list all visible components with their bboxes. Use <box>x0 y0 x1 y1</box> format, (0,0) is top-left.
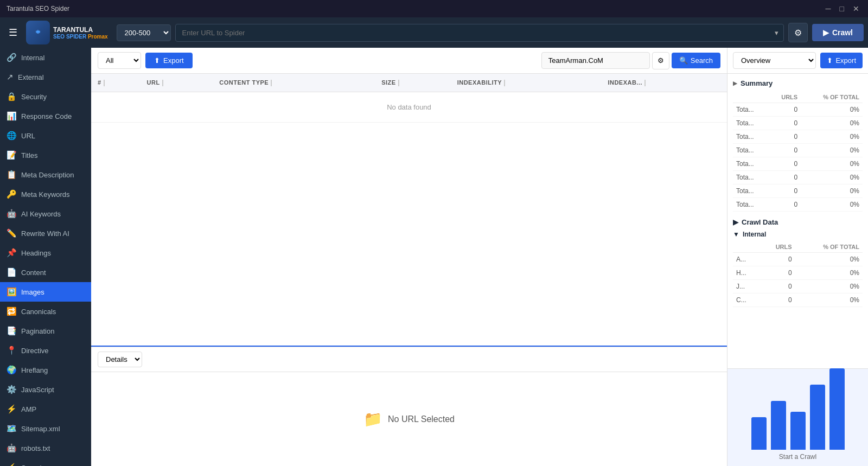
logo-icon: 🕷 <box>26 21 50 44</box>
details-select[interactable]: Details <box>98 352 142 367</box>
col-content-type[interactable]: CONTENT TYPE <box>213 74 375 92</box>
url-input[interactable] <box>175 24 784 42</box>
sidebar-item-external[interactable]: ↗ External <box>0 67 91 87</box>
col-size[interactable]: SIZE <box>375 74 451 92</box>
crawl-button[interactable]: ▶ Crawl <box>812 24 864 41</box>
sidebar-item-security[interactable]: 🔒 Security <box>0 87 91 106</box>
internal-icon: 🔗 <box>7 53 17 62</box>
crawl-data-header[interactable]: ▶ Crawl Data <box>733 218 863 226</box>
canonicals-icon: 🔁 <box>7 307 17 316</box>
overview-select[interactable]: Overview <box>733 52 816 69</box>
sidebar-item-label: Rewrite With AI <box>21 229 69 238</box>
title-bar-controls: ─ □ ✕ <box>824 4 861 13</box>
no-url-text: No URL Selected <box>388 414 455 424</box>
summary-row-pct: 0% <box>801 157 863 171</box>
amp-icon: ⚡ <box>7 404 17 414</box>
sidebar-item-canonicals[interactable]: 🔁 Canonicals <box>0 302 91 321</box>
maximize-button[interactable]: □ <box>838 4 846 13</box>
crawl-play-icon: ▶ <box>823 28 829 37</box>
col-url[interactable]: URL <box>141 74 213 92</box>
sidebar-item-label: Meta Description <box>21 171 74 179</box>
sidebar-item-rewrite[interactable]: ✏️ Rewrite With AI <box>0 224 91 243</box>
summary-row: Tota...00% <box>733 103 863 117</box>
chart-bars <box>746 374 850 450</box>
internal-col-label <box>733 241 759 253</box>
summary-row-pct: 0% <box>801 198 863 212</box>
chart-bar <box>771 401 786 450</box>
right-export-icon: ⬆ <box>827 56 833 65</box>
col-indexab[interactable]: INDEXAB... <box>601 74 727 92</box>
summary-row-label: Tota... <box>733 117 768 130</box>
directive-icon: 📍 <box>7 346 17 355</box>
right-export-button[interactable]: ⬆ Export <box>820 53 863 68</box>
sidebar-item-titles[interactable]: 📝 Titles <box>0 145 91 165</box>
table-header-row: # URL CONTENT TYPE SIZE INDEXABILITY IND… <box>91 74 727 92</box>
title-bar: Tarantula SEO Spider ─ □ ✕ <box>0 0 868 17</box>
logo-area: 🕷 TARANTULA SEO SPIDER Promax <box>26 21 108 44</box>
logo-line2: SEO SPIDER Promax <box>53 34 108 40</box>
sidebar-item-content[interactable]: 📄 Content <box>0 263 91 282</box>
search-input[interactable] <box>541 52 650 69</box>
summary-row-label: Tota... <box>733 130 768 144</box>
minimize-button[interactable]: ─ <box>824 4 833 13</box>
summary-section-header[interactable]: ▶ Summary <box>733 79 863 87</box>
hreflang-icon: 🌍 <box>7 365 17 375</box>
close-button[interactable]: ✕ <box>851 4 861 13</box>
sidebar-item-response-code[interactable]: 📊 Response Code <box>0 106 91 126</box>
filter-select[interactable]: All <box>98 52 141 69</box>
internal-row-pct: 0% <box>795 280 863 293</box>
sidebar-item-speed[interactable]: ⚡ Speed <box>0 458 91 466</box>
sidebar-item-javascript[interactable]: ⚙️ JavaScript <box>0 380 91 399</box>
sidebar-item-ai-keywords[interactable]: 🤖 AI Keywords <box>0 204 91 224</box>
sidebar-item-robots[interactable]: 🤖 robots.txt <box>0 438 91 458</box>
sidebar-item-pagination[interactable]: 📑 Pagination <box>0 321 91 341</box>
main-layout: 🔗 Internal ↗ External 🔒 Security 📊 Respo… <box>0 48 868 466</box>
table-area: # URL CONTENT TYPE SIZE INDEXABILITY IND… <box>91 74 727 347</box>
internal-col-urls: URLS <box>759 241 795 253</box>
sidebar-item-url[interactable]: 🌐 URL <box>0 126 91 145</box>
col-num[interactable]: # <box>91 74 141 92</box>
robots-icon: 🤖 <box>7 443 17 453</box>
settings-button[interactable]: ⚙ <box>788 23 808 42</box>
summary-row-label: Tota... <box>733 184 768 198</box>
sidebar-item-meta-keywords[interactable]: 🔑 Meta Keywords <box>0 184 91 204</box>
search-settings-button[interactable]: ⚙ <box>652 52 669 69</box>
speed-icon: ⚡ <box>7 463 17 466</box>
sidebar-item-label: External <box>18 73 44 81</box>
col-indexability[interactable]: INDEXABILITY <box>451 74 602 92</box>
sidebar-item-images[interactable]: 🖼️ Images <box>0 282 91 302</box>
internal-row-label: C... <box>733 293 759 307</box>
right-panel: Overview ⬆ Export ▶ Summary URLS % OF TO… <box>727 48 868 466</box>
summary-row-pct: 0% <box>801 184 863 198</box>
sidebar-item-label: Sitemap.xml <box>21 425 60 433</box>
summary-row-urls: 0 <box>768 144 801 157</box>
sidebar-item-amp[interactable]: ⚡ AMP <box>0 399 91 419</box>
top-bar: ☰ 🕷 TARANTULA SEO SPIDER Promax 200-500 … <box>0 17 868 48</box>
sidebar-item-hreflang[interactable]: 🌍 Hreflang <box>0 360 91 380</box>
export-icon: ⬆ <box>154 56 160 65</box>
sidebar-item-directive[interactable]: 📍 Directive <box>0 341 91 360</box>
sidebar-item-sitemap[interactable]: 🗺️ Sitemap.xml <box>0 419 91 438</box>
logo-text: TARANTULA SEO SPIDER Promax <box>53 26 108 40</box>
sidebar-item-internal[interactable]: 🔗 Internal <box>0 48 91 67</box>
export-button[interactable]: ⬆ Export <box>145 53 193 68</box>
sidebar-item-label: Response Code <box>21 112 72 120</box>
internal-title: Internal <box>743 231 766 238</box>
sidebar-item-meta-description[interactable]: 📋 Meta Description <box>0 165 91 184</box>
app-title: Tarantula SEO Spider <box>7 5 69 12</box>
internal-row-label: J... <box>733 280 759 293</box>
internal-row-pct: 0% <box>795 293 863 307</box>
internal-row-urls: 0 <box>759 253 795 266</box>
search-button[interactable]: 🔍 Search <box>672 53 720 68</box>
rewrite-icon: ✏️ <box>7 228 17 238</box>
internal-header[interactable]: ▼ Internal <box>733 231 863 238</box>
hamburger-button[interactable]: ☰ <box>4 24 22 41</box>
chart-area: Start a Crawl <box>727 368 868 466</box>
content-icon: 📄 <box>7 267 17 277</box>
url-count-select[interactable]: 200-500 <box>117 24 171 41</box>
summary-row-urls: 0 <box>768 198 801 212</box>
chart-bar <box>829 368 845 450</box>
internal-toggle-icon: ▼ <box>733 231 739 238</box>
internal-header-row: URLS % OF TOTAL <box>733 241 863 253</box>
sidebar-item-headings[interactable]: 📌 Headings <box>0 243 91 263</box>
